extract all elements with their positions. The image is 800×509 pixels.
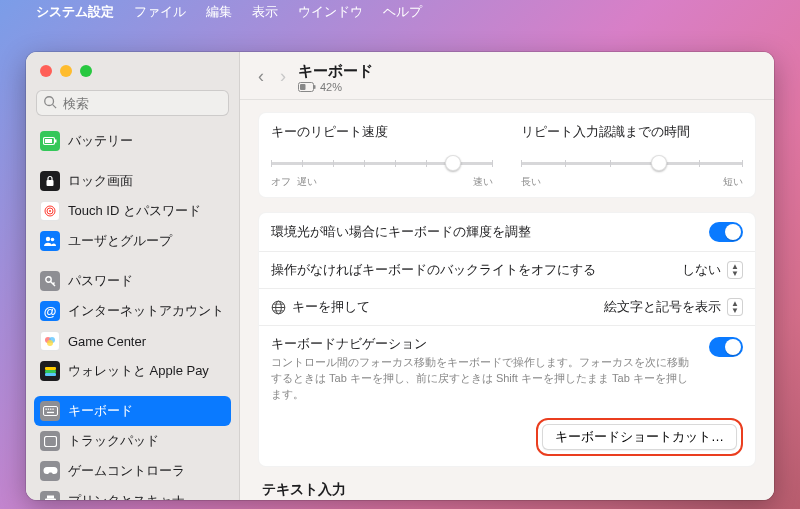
globe-key-select[interactable]: 絵文字と記号を表示 ▲▼: [604, 298, 743, 316]
svg-rect-31: [300, 84, 306, 90]
svg-line-1: [53, 105, 57, 109]
gamecenter-icon: [40, 331, 60, 351]
content-pane: ‹ › キーボード 42% キーのリピート速度: [240, 52, 774, 500]
svg-point-10: [51, 238, 55, 242]
sidebar-item-label: バッテリー: [68, 132, 133, 150]
svg-rect-25: [47, 412, 54, 413]
lock-icon: [40, 171, 60, 191]
key-repeat-card: キーのリピート速度 オフ 遅い 速い リピート入力認識までの時間: [258, 112, 756, 198]
sidebar-item-gamecenter[interactable]: Game Center: [34, 326, 231, 356]
printer-icon: [40, 491, 60, 500]
globe-icon: [271, 300, 286, 315]
chevron-updown-icon: ▲▼: [727, 261, 743, 279]
close-window-button[interactable]: [40, 65, 52, 77]
content-header: ‹ › キーボード 42%: [240, 52, 774, 100]
globe-key-label: キーを押して: [292, 298, 370, 316]
fingerprint-icon: [40, 201, 60, 221]
svg-rect-22: [47, 409, 48, 410]
backlight-off-select[interactable]: しない ▲▼: [682, 261, 743, 279]
sidebar-item-printers[interactable]: プリンタとスキャナ: [34, 486, 231, 500]
sidebar-nav: バッテリー ロック画面 Touch ID とパスワード ユーザとグループ パスワ…: [26, 124, 239, 500]
sidebar-item-users[interactable]: ユーザとグループ: [34, 226, 231, 256]
svg-rect-32: [314, 85, 316, 89]
wallet-icon: [40, 361, 60, 381]
svg-rect-3: [55, 140, 57, 143]
controller-icon: [40, 461, 60, 481]
key-icon: [40, 271, 60, 291]
text-input-heading: テキスト入力: [262, 481, 752, 499]
keyboard-shortcuts-button[interactable]: キーボードショートカット…: [542, 424, 737, 450]
sidebar-item-wallet[interactable]: ウォレットと Apple Pay: [34, 356, 231, 386]
sidebar: バッテリー ロック画面 Touch ID とパスワード ユーザとグループ パスワ…: [26, 52, 240, 500]
menu-view[interactable]: 表示: [252, 3, 278, 21]
ambient-light-label: 環境光が暗い場合にキーボードの輝度を調整: [271, 223, 531, 241]
menu-file[interactable]: ファイル: [134, 3, 186, 21]
delay-until-repeat-label: リピート入力認識までの時間: [521, 123, 743, 141]
svg-rect-21: [45, 409, 46, 410]
page-title: キーボード: [298, 62, 373, 81]
at-icon: @: [40, 301, 60, 321]
sidebar-item-internet-accounts[interactable]: @ インターネットアカウント: [34, 296, 231, 326]
sidebar-item-passwords[interactable]: パスワード: [34, 266, 231, 296]
battery-icon-small: [298, 82, 316, 92]
sidebar-item-label: パスワード: [68, 272, 133, 290]
window-controls: [26, 52, 239, 90]
svg-rect-5: [47, 180, 54, 186]
menubar: システム設定 ファイル 編集 表示 ウインドウ ヘルプ: [0, 0, 800, 24]
key-repeat-rate-label: キーのリピート速度: [271, 123, 493, 141]
sidebar-item-label: ロック画面: [68, 172, 133, 190]
svg-rect-19: [45, 373, 56, 376]
highlight-annotation: キーボードショートカット…: [536, 418, 743, 456]
sidebar-item-label: Touch ID とパスワード: [68, 202, 201, 220]
chevron-updown-icon: ▲▼: [727, 298, 743, 316]
svg-point-16: [47, 340, 53, 346]
sidebar-item-touchid[interactable]: Touch ID とパスワード: [34, 196, 231, 226]
battery-icon: [40, 131, 60, 151]
sidebar-item-label: プリンタとスキャナ: [68, 492, 185, 500]
search-icon: [43, 95, 57, 109]
svg-point-9: [46, 237, 50, 241]
menu-window[interactable]: ウインドウ: [298, 3, 363, 21]
ambient-light-toggle[interactable]: [709, 222, 743, 242]
svg-line-13: [53, 282, 55, 284]
svg-rect-28: [45, 499, 56, 501]
system-settings-window: バッテリー ロック画面 Touch ID とパスワード ユーザとグループ パスワ…: [26, 52, 774, 500]
minimize-window-button[interactable]: [60, 65, 72, 77]
sidebar-item-label: Game Center: [68, 334, 146, 349]
keyboard-nav-toggle[interactable]: [709, 337, 743, 357]
sidebar-item-battery[interactable]: バッテリー: [34, 126, 231, 156]
users-icon: [40, 231, 60, 251]
svg-rect-17: [45, 367, 56, 370]
sidebar-item-controller[interactable]: ゲームコントローラ: [34, 456, 231, 486]
keyboard-settings-card: 環境光が暗い場合にキーボードの輝度を調整 操作がなければキーボードのバックライト…: [258, 212, 756, 467]
svg-rect-20: [43, 407, 57, 416]
menu-app[interactable]: システム設定: [36, 3, 114, 21]
svg-point-8: [49, 210, 51, 212]
sidebar-item-label: キーボード: [68, 402, 133, 420]
sidebar-item-trackpad[interactable]: トラックパッド: [34, 426, 231, 456]
trackpad-icon: [40, 431, 60, 451]
nav-forward-button[interactable]: ›: [280, 66, 286, 87]
svg-rect-24: [52, 409, 53, 410]
svg-point-11: [45, 276, 50, 281]
menu-edit[interactable]: 編集: [206, 3, 232, 21]
keyboard-nav-label: キーボードナビゲーション: [271, 335, 697, 353]
svg-rect-18: [45, 370, 56, 373]
svg-rect-27: [47, 496, 54, 499]
sidebar-item-lockscreen[interactable]: ロック画面: [34, 166, 231, 196]
svg-point-0: [45, 97, 54, 106]
sidebar-item-keyboard[interactable]: キーボード: [34, 396, 231, 426]
backlight-off-label: 操作がなければキーボードのバックライトをオフにする: [271, 261, 596, 279]
key-repeat-rate-slider[interactable]: [271, 155, 493, 171]
keyboard-nav-description: コントロール間のフォーカス移動をキーボードで操作します。フォーカスを次に移動する…: [271, 355, 697, 403]
svg-rect-4: [45, 139, 52, 143]
battery-status: 42%: [298, 81, 373, 93]
search-input[interactable]: [36, 90, 229, 116]
menu-help[interactable]: ヘルプ: [383, 3, 422, 21]
keyboard-icon: [40, 401, 60, 421]
delay-until-repeat-slider[interactable]: [521, 155, 743, 171]
sidebar-item-label: ゲームコントローラ: [68, 462, 185, 480]
svg-rect-26: [44, 436, 56, 446]
zoom-window-button[interactable]: [80, 65, 92, 77]
nav-back-button[interactable]: ‹: [258, 66, 264, 87]
